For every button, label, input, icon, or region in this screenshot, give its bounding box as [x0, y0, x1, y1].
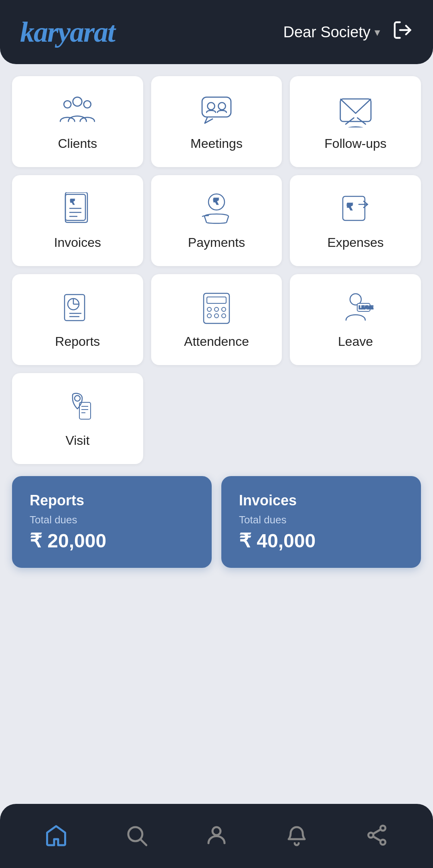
svg-point-29 [214, 314, 219, 318]
reports-card-amount: ₹ 20,000 [30, 529, 194, 552]
meetings-icon [196, 92, 237, 128]
menu-row-3: Reports Attendence [12, 274, 421, 365]
header-right: Dear Society ▾ [283, 20, 413, 44]
menu-row-1: Clients Meetings [12, 76, 421, 167]
svg-point-25 [207, 307, 211, 311]
reports-icon [57, 290, 97, 326]
attendence-icon [196, 290, 237, 326]
svg-rect-35 [79, 402, 91, 419]
menu-item-reports[interactable]: Reports [12, 274, 143, 365]
leave-label: Leave [338, 334, 373, 349]
nav-search[interactable] [116, 819, 156, 853]
expenses-label: Expenses [327, 235, 384, 250]
svg-rect-15 [343, 196, 365, 220]
visit-label: Visit [65, 433, 89, 448]
svg-point-1 [73, 97, 82, 106]
svg-line-40 [141, 840, 146, 845]
share-icon [365, 823, 389, 849]
nav-profile[interactable] [196, 819, 237, 853]
app-header: karyarat Dear Society ▾ [0, 0, 433, 64]
reports-summary-card[interactable]: Reports Total dues ₹ 20,000 [12, 476, 212, 568]
svg-point-28 [207, 314, 211, 318]
menu-item-attendence[interactable]: Attendence [151, 274, 282, 365]
dropdown-arrow-icon: ▾ [374, 26, 380, 39]
menu-item-clients[interactable]: Clients [12, 76, 143, 167]
menu-item-leave[interactable]: LEAVE Leave [290, 274, 421, 365]
invoices-card-title: Invoices [239, 492, 403, 509]
attendence-label: Attendence [184, 334, 249, 349]
payments-icon: ₹ [196, 191, 237, 227]
search-icon [124, 823, 148, 849]
svg-point-30 [222, 314, 226, 318]
svg-line-46 [373, 837, 380, 841]
svg-point-27 [222, 307, 226, 311]
menu-item-invoices[interactable]: ₹ Invoices [12, 175, 143, 266]
reports-card-title: Reports [30, 492, 194, 509]
reports-card-subtitle: Total dues [30, 514, 194, 526]
svg-text:₹: ₹ [70, 198, 75, 206]
svg-rect-4 [202, 97, 231, 117]
invoices-label: Invoices [54, 235, 101, 250]
invoices-card-amount: ₹ 40,000 [239, 529, 403, 552]
followups-icon [336, 92, 376, 128]
svg-point-2 [64, 101, 71, 108]
menu-item-meetings[interactable]: Meetings [151, 76, 282, 167]
leave-icon: LEAVE [336, 290, 376, 326]
society-selector[interactable]: Dear Society ▾ [283, 24, 380, 41]
clients-label: Clients [58, 136, 97, 151]
svg-point-42 [380, 826, 386, 831]
app-logo: karyarat [20, 16, 115, 49]
svg-point-3 [84, 101, 91, 108]
menu-item-visit[interactable]: Visit [12, 373, 143, 464]
expenses-icon: ₹ [336, 191, 376, 227]
svg-text:LEAVE: LEAVE [359, 305, 373, 310]
logout-button[interactable] [392, 20, 413, 44]
svg-point-26 [214, 307, 219, 311]
svg-text:₹: ₹ [347, 202, 353, 212]
nav-home[interactable] [36, 819, 76, 853]
meetings-label: Meetings [190, 136, 243, 151]
invoices-summary-card[interactable]: Invoices Total dues ₹ 40,000 [221, 476, 421, 568]
summary-cards: Reports Total dues ₹ 20,000 Invoices Tot… [12, 476, 421, 568]
profile-icon [204, 823, 229, 849]
nav-share[interactable] [357, 819, 397, 853]
nav-notifications[interactable] [277, 819, 317, 853]
followups-label: Follow-ups [324, 136, 386, 151]
clients-icon [57, 92, 97, 128]
menu-row-4: Visit [12, 373, 421, 464]
svg-line-45 [373, 830, 380, 834]
svg-rect-24 [207, 297, 226, 303]
svg-point-5 [207, 102, 214, 109]
payments-label: Payments [188, 235, 245, 250]
svg-rect-7 [340, 99, 371, 121]
reports-label: Reports [55, 334, 100, 349]
bell-icon [285, 823, 309, 849]
invoices-icon: ₹ [57, 191, 97, 227]
menu-item-payments[interactable]: ₹ Payments [151, 175, 282, 266]
svg-point-6 [218, 102, 225, 109]
svg-point-41 [212, 827, 221, 835]
society-name: Dear Society [283, 24, 370, 41]
bottom-navigation [0, 804, 433, 868]
main-content: Clients Meetings [0, 64, 433, 868]
visit-icon [57, 389, 97, 425]
svg-point-34 [75, 396, 80, 401]
invoices-card-subtitle: Total dues [239, 514, 403, 526]
svg-text:₹: ₹ [213, 197, 219, 206]
menu-item-expenses[interactable]: ₹ Expenses [290, 175, 421, 266]
menu-row-2: ₹ Invoices ₹ Payments [12, 175, 421, 266]
svg-point-44 [380, 840, 386, 845]
menu-item-followups[interactable]: Follow-ups [290, 76, 421, 167]
home-icon [44, 823, 68, 849]
svg-point-43 [368, 833, 374, 838]
